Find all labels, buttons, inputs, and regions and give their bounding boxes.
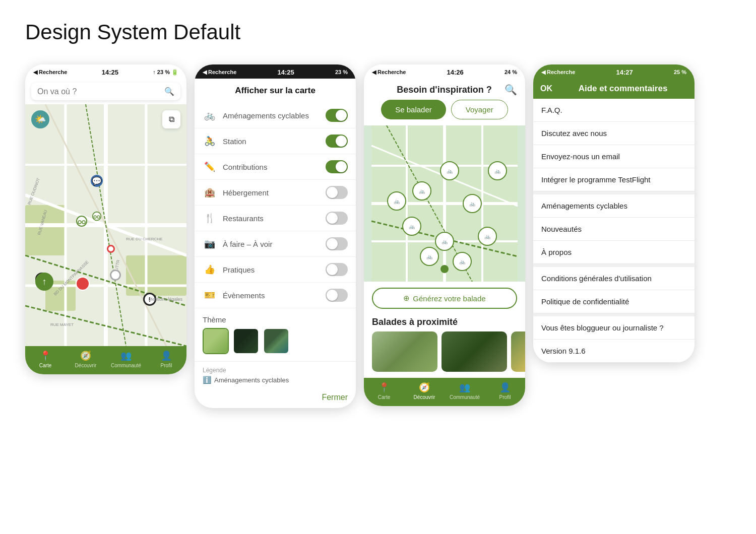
svg-point-58: [440, 265, 449, 273]
screen2-status-bar: ◀ Recherche 14:25 23 %: [195, 64, 356, 79]
generate-button[interactable]: ⊕ Générez votre balade: [372, 288, 517, 309]
tab-voyager[interactable]: Voyager: [451, 100, 508, 119]
nav-carte[interactable]: 📍 Carte: [25, 350, 66, 368]
help-item-version: Version 9.1.6: [533, 340, 695, 363]
map-pin-cycle2: [91, 210, 103, 222]
amenagements-toggle[interactable]: [326, 109, 348, 122]
nav-decouvrir-label: Découvrir: [75, 363, 97, 368]
community-icon: 👥: [120, 350, 132, 361]
screen2-status-left: ◀ Recherche: [203, 69, 236, 76]
help-item-testflight[interactable]: Intégrer le programme TestFlight: [533, 168, 695, 191]
svg-text:🚲: 🚲: [447, 168, 453, 174]
svg-text:🚲: 🚲: [442, 238, 448, 245]
contributions-toggle[interactable]: [326, 160, 348, 173]
nav3-communaute-label: Communauté: [450, 394, 480, 400]
screen1-search-bar[interactable]: 🔍: [31, 83, 180, 100]
help-item-cgu[interactable]: Conditions générales d'utilisation: [533, 264, 695, 290]
screen4-status-battery: 25 %: [674, 69, 686, 75]
navigation-arrow[interactable]: ↑: [35, 273, 53, 291]
theme-green[interactable]: [203, 328, 229, 354]
afaire-label: À faire – À voir: [223, 240, 320, 248]
station-toggle[interactable]: [326, 135, 348, 148]
legend-item: ℹ️ Aménagements cyclables: [203, 376, 348, 384]
balades-title: Balades à proximité: [364, 315, 525, 331]
settings-title: Afficher sur la carte: [195, 79, 356, 103]
contributions-label: Contributions: [223, 163, 320, 171]
evenements-toggle[interactable]: [326, 289, 348, 302]
help-item-amenagements[interactable]: Aménagements cyclables: [533, 191, 695, 218]
pratiques-icon: 👍: [203, 262, 217, 277]
map-pin-info: 💬: [91, 175, 103, 187]
screen1-search-input[interactable]: [37, 87, 164, 96]
search-icon: 🔍: [164, 87, 174, 96]
nav3-profil[interactable]: 👤 Profil: [485, 382, 525, 400]
help-item-email[interactable]: Envoyez-nous un email: [533, 145, 695, 168]
help-list: F.A.Q. Discutez avec nous Envoyez-nous u…: [533, 99, 695, 363]
nav3-communaute[interactable]: 👥 Communauté: [445, 382, 485, 400]
help-item-blogger[interactable]: Vous êtes bloggueur ou journaliste ?: [533, 313, 695, 340]
discover-search-icon[interactable]: 🔍: [505, 84, 517, 96]
discover-title: Besoin d'inspiration ?: [384, 85, 505, 95]
screen2-phone: ◀ Recherche 14:25 23 % Afficher sur la c…: [195, 64, 356, 408]
nav3-profil-label: Profil: [499, 394, 511, 400]
screen1-status-time: 14:25: [102, 69, 118, 76]
screen4-phone: ◀ Recherche 14:27 25 % OK Aide et commen…: [533, 64, 695, 363]
nav3-carte[interactable]: 📍 Carte: [364, 382, 404, 400]
help-item-politique[interactable]: Politique de confidentialité: [533, 290, 695, 313]
help-ok-button[interactable]: OK: [540, 84, 552, 93]
balade-images: [364, 331, 525, 372]
generate-plus-icon: ⊕: [403, 294, 410, 303]
nav-carte-label: Carte: [39, 363, 51, 368]
screen4-status-time: 14:27: [616, 69, 633, 76]
balade-img-3: [511, 331, 525, 372]
record-button[interactable]: [76, 277, 90, 291]
nav-decouvrir[interactable]: 🧭 Découvrir: [66, 350, 106, 368]
nav3-carte-label: Carte: [378, 394, 390, 400]
map-layers-button[interactable]: ⧉: [162, 110, 180, 128]
screen1-status-battery: ↑ 23 % 🔋: [153, 69, 178, 76]
legend-label: Légende: [203, 367, 348, 374]
theme-dark[interactable]: [233, 328, 259, 354]
screen3-status-time: 14:26: [447, 69, 463, 76]
screen3-nav-bar: 📍 Carte 🧭 Découvrir 👥 Communauté 👤 Profi…: [364, 378, 525, 406]
fermer-button[interactable]: Fermer: [322, 393, 348, 402]
svg-text:RUE DU CHERCHE: RUE DU CHERCHE: [126, 237, 162, 241]
circle-marker: [110, 270, 121, 281]
amenagements-icon: 🚲: [203, 108, 217, 122]
nav-communaute[interactable]: 👥 Communauté: [106, 350, 146, 368]
page-title: Design System Default: [25, 20, 731, 44]
theme-section: Thème: [195, 308, 356, 361]
svg-text:🚲: 🚲: [484, 233, 491, 240]
afaire-toggle[interactable]: [326, 237, 348, 250]
help-item-faq[interactable]: F.A.Q.: [533, 99, 695, 122]
restaurants-icon: 🍴: [203, 211, 217, 225]
station-label: Station: [223, 137, 320, 146]
screen3-status-battery: 24 %: [505, 69, 517, 75]
screen1-phone: ◀ Recherche 14:25 ↑ 23 % 🔋 🔍: [25, 64, 186, 374]
theme-satellite[interactable]: [263, 328, 289, 354]
help-header-title: Aide et commentaires: [558, 84, 687, 94]
restaurants-toggle[interactable]: [326, 212, 348, 225]
nav-profil[interactable]: 👤 Profil: [146, 350, 186, 368]
settings-item-5: 📷 À faire – À voir: [195, 231, 356, 257]
hebergement-toggle[interactable]: [326, 186, 348, 199]
svg-text:🚲: 🚲: [459, 258, 466, 265]
legal-notice: Mentions légales: [148, 297, 182, 302]
map-icon-3: 📍: [379, 382, 390, 393]
help-item-nouveautes[interactable]: Nouveautés: [533, 218, 695, 241]
screen1-map: RUE OUDINOT RUE VANEAU RUE DU CHERCHE BD…: [25, 104, 186, 346]
svg-text:🚲: 🚲: [419, 188, 425, 194]
help-item-discuss[interactable]: Discutez avec nous: [533, 122, 695, 145]
screen2-status-battery: 23 %: [335, 69, 348, 75]
svg-text:🚲: 🚲: [426, 253, 433, 260]
community-icon-3: 👥: [459, 382, 470, 393]
nav3-decouvrir[interactable]: 🧭 Découvrir: [404, 382, 445, 400]
hebergement-label: Hébergement: [223, 188, 320, 197]
screen2-status-time: 14:25: [277, 69, 294, 76]
fermer-row: Fermer: [195, 389, 356, 408]
settings-item-1: 🚴 Station: [195, 128, 356, 154]
pratiques-toggle[interactable]: [326, 263, 348, 276]
help-item-apropos[interactable]: À propos: [533, 241, 695, 264]
balade-img-1: [372, 331, 437, 372]
tab-se-balader[interactable]: Se balader: [381, 100, 446, 119]
